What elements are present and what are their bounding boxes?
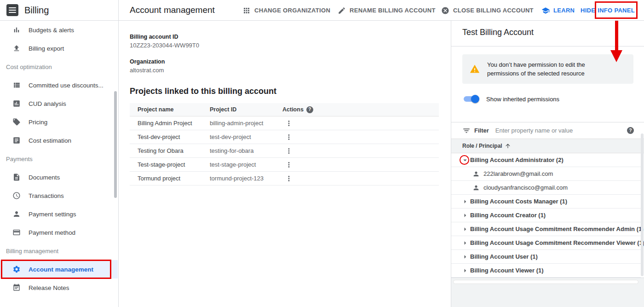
sidebar-item-label: Pricing [29, 119, 47, 126]
sidebar-title: Billing [24, 5, 49, 16]
sidebar-item-committed-use-discounts[interactable]: Committed use discounts... [0, 76, 118, 94]
expand-role-icon[interactable] [461, 253, 469, 261]
sidebar-item-transactions[interactable]: Transactions [0, 186, 118, 205]
warning-text: You don’t have permission to edit the pe… [487, 60, 608, 78]
learn-button[interactable]: LEARN [541, 0, 575, 21]
toggle-label: Show inherited permissions [486, 96, 559, 103]
gear-icon [12, 265, 21, 273]
roles-list: Billing Account Administrator (2)222lara… [451, 153, 641, 278]
projects-table: Project name Project ID Actions ? Billin… [130, 103, 439, 185]
filter-bar: Filter ? [451, 122, 644, 139]
member-email: 222larabrown@gmail.com [483, 170, 553, 177]
role-row-billing-account-user-1[interactable]: Billing Account User (1) [451, 250, 641, 264]
sidebar-section-cost-optimization: Cost optimization [0, 58, 118, 76]
row-actions-menu-icon[interactable] [285, 147, 293, 155]
close-circle-icon [441, 6, 449, 15]
filter-input[interactable] [494, 127, 627, 134]
sidebar-item-release-notes[interactable]: Release Notes [0, 278, 118, 297]
table-row: Test-stage-projecttest-stage-project [130, 158, 439, 172]
sidebar-item-documents[interactable]: Documents [0, 168, 118, 186]
sidebar-item-account-management[interactable]: Account management [0, 260, 118, 278]
hide-label: HIDE [581, 7, 595, 14]
sidebar-item-label: Payment method [29, 229, 75, 236]
list-icon [12, 81, 21, 89]
role-row-billing-account-administrator-2[interactable]: Billing Account Administrator (2) [451, 153, 641, 167]
sidebar-section-payments: Payments [0, 150, 118, 168]
column-project-name: Project name [130, 106, 210, 113]
expand-role-icon[interactable] [461, 266, 469, 275]
role-label: Billing Account Administrator (2) [470, 156, 564, 163]
role-row-billing-account-costs-manager-1[interactable]: Billing Account Costs Manager (1) [451, 195, 641, 209]
sidebar-item-label: Account management [29, 266, 93, 273]
person-icon [472, 184, 480, 191]
horizontal-scrollbar[interactable] [453, 280, 638, 284]
filter-help-icon[interactable]: ? [627, 127, 634, 134]
sidebar-section-billing-management: Billing management [0, 242, 118, 260]
info-panel-scrollbar[interactable] [641, 133, 644, 276]
billing-logo-icon [6, 4, 18, 16]
sidebar-scrollbar[interactable] [114, 91, 117, 198]
project-id-cell: test-stage-project [210, 161, 282, 168]
table-row: Testing for Obaratesting-for-obara [130, 144, 439, 158]
change-organization-button[interactable]: CHANGE ORGANIZATION [242, 0, 330, 21]
chart-box-icon [12, 99, 21, 108]
row-actions-menu-icon[interactable] [285, 119, 293, 127]
close-billing-account-button[interactable]: CLOSE BILLING ACCOUNT [441, 0, 534, 21]
person-icon [472, 170, 480, 178]
sidebar-item-budgets-alerts[interactable]: Budgets & alerts [0, 21, 118, 39]
sidebar-nav: Budgets & alertsBilling exportCost optim… [0, 21, 118, 297]
role-label: Billing Account Costs Manager (1) [470, 198, 567, 205]
clock-icon [12, 191, 21, 200]
role-row-billing-account-creator-1[interactable]: Billing Account Creator (1) [451, 209, 641, 222]
sidebar-item-payment-settings[interactable]: Payment settings [0, 205, 118, 223]
column-actions: Actions [282, 106, 304, 113]
sidebar-item-cost-estimation[interactable]: Cost estimation [0, 131, 118, 150]
button-label: LEARN [553, 7, 575, 14]
sidebar-item-label: Release Notes [29, 284, 69, 291]
roles-table-header[interactable]: Role / Principal [451, 139, 644, 153]
sidebar-item-label: Billing export [29, 45, 64, 52]
sidebar-item-payment-method[interactable]: Payment method [0, 223, 118, 242]
show-inherited-permissions-toggle[interactable] [462, 95, 479, 103]
pencil-icon [338, 6, 346, 15]
row-actions-menu-icon[interactable] [285, 161, 293, 169]
column-project-id: Project ID [210, 106, 282, 113]
document-icon [12, 173, 21, 181]
role-row-billing-account-usage-commitment-recommender-viewer-1[interactable]: Billing Account Usage Commitment Recomme… [451, 236, 641, 250]
projects-heading: Projects linked to this billing account [130, 87, 276, 96]
actions-help-icon[interactable]: ? [306, 106, 313, 113]
role-principal-header-label: Role / Principal [462, 143, 502, 149]
expand-role-icon[interactable] [461, 225, 469, 233]
sidebar-item-cud-analysis[interactable]: CUD analysis [0, 94, 118, 113]
organization-label: Organization [130, 58, 165, 65]
project-id-cell: tormund-project-123 [210, 175, 282, 182]
member-row: 222larabrown@gmail.com [451, 167, 641, 181]
expand-role-icon[interactable] [461, 239, 469, 247]
row-actions-menu-icon[interactable] [285, 174, 293, 183]
rename-billing-account-button[interactable]: RENAME BILLING ACCOUNT [338, 0, 436, 21]
sidebar-item-label: Budgets & alerts [29, 27, 74, 34]
button-label: CLOSE BILLING ACCOUNT [453, 7, 534, 14]
role-row-billing-account-usage-commitment-recommender-admin-1[interactable]: Billing Account Usage Commitment Recomme… [451, 222, 641, 236]
role-label: Billing Account Creator (1) [470, 212, 546, 219]
billing-account-id-label: Billing account ID [130, 34, 178, 40]
grid-icon [242, 6, 251, 15]
expand-role-icon[interactable] [461, 211, 469, 220]
hide-info-panel-button[interactable]: HIDE INFO PANEL [581, 0, 635, 21]
role-row-billing-account-viewer-1[interactable]: Billing Account Viewer (1) [451, 264, 641, 278]
project-name-cell: Test-stage-project [130, 161, 210, 168]
row-actions-menu-icon[interactable] [285, 133, 293, 141]
info-panel-label: INFO PANEL [598, 7, 635, 14]
sidebar-item-label: Committed use discounts... [29, 82, 104, 89]
collapse-role-icon[interactable] [461, 156, 469, 164]
project-name-cell: Billing Admin Project [130, 120, 210, 127]
note-icon [12, 284, 21, 292]
billing-account-id-value: 10ZZ23-203044-WW99T0 [130, 42, 199, 49]
expand-role-icon[interactable] [461, 197, 469, 206]
member-email: cloudysanfrancisco@gmail.com [483, 184, 568, 191]
info-panel-footer [451, 278, 644, 307]
sidebar-item-pricing[interactable]: Pricing [0, 113, 118, 131]
table-row: Tormund projecttormund-project-123 [130, 172, 439, 185]
credit-card-icon [12, 228, 21, 237]
sidebar-item-billing-export[interactable]: Billing export [0, 39, 118, 58]
